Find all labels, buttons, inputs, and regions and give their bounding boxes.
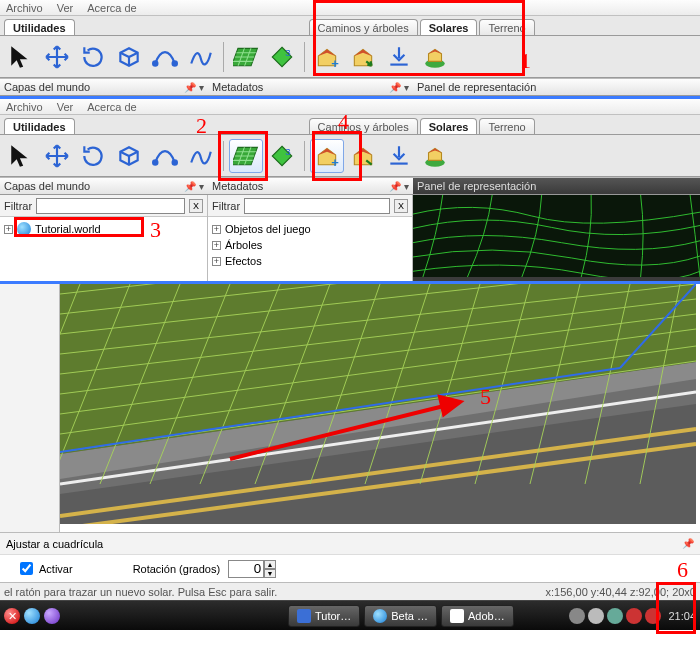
pin-icon[interactable]: 📌 ▾ (389, 181, 409, 192)
tray-icon[interactable] (645, 608, 661, 624)
menu-ver[interactable]: Ver (57, 2, 74, 14)
tool-lot-grass-icon-b[interactable] (418, 139, 452, 173)
svg-text:+: + (331, 154, 339, 168)
tray-icon[interactable] (607, 608, 623, 624)
toolbar-a: 3 + (0, 36, 700, 78)
expander-icon[interactable]: + (4, 225, 13, 234)
tool-rotate-b[interactable] (76, 139, 110, 173)
tabstrip-b: Utilidades Caminos y árboles Solares Ter… (0, 115, 700, 135)
left-dock-stub: 📌▾ (0, 284, 60, 532)
tab-utilidades[interactable]: Utilidades (4, 19, 75, 35)
tool-download-icon-b[interactable] (382, 139, 416, 173)
capas-filter-input[interactable] (36, 198, 185, 214)
tool-cube[interactable] (112, 40, 146, 74)
metadatos-title-b: Metadatos (212, 180, 263, 192)
tab-solares-b[interactable]: Solares (420, 118, 478, 134)
tool-pointer-b[interactable] (4, 139, 38, 173)
close-tray-icon[interactable]: ✕ (4, 608, 20, 624)
tool-curve[interactable] (148, 40, 182, 74)
activar-text: Activar (39, 563, 73, 575)
activar-checkbox-label[interactable]: Activar (20, 562, 73, 575)
tool-grid-icon-b[interactable] (229, 139, 263, 173)
activar-checkbox[interactable] (20, 562, 33, 575)
capas-title-b: Capas del mundo (4, 180, 90, 192)
tool-curve-two-b[interactable] (184, 139, 218, 173)
top-tabstrip: Utilidades Caminos y árboles Solares Ter… (0, 16, 700, 36)
meta-tree[interactable]: +Objetos del juego +Árboles +Efectos (208, 217, 412, 273)
filter-label-meta: Filtrar (212, 200, 240, 212)
render-panel-preview[interactable] (413, 195, 700, 281)
callout-number-4: 4 (338, 109, 349, 135)
viewport-3d[interactable]: 5 (60, 284, 700, 524)
tab-terreno[interactable]: Terreno (479, 19, 534, 35)
tool-move-b[interactable] (40, 139, 74, 173)
rotacion-input[interactable] (228, 560, 264, 578)
tool-rotate[interactable] (76, 40, 110, 74)
menu-acerca[interactable]: Acerca de (87, 2, 137, 14)
expander-icon[interactable]: + (212, 257, 221, 266)
rotacion-spinner[interactable]: ▲▼ (228, 560, 276, 578)
tool-diamond-icon-b[interactable]: 3 (265, 139, 299, 173)
spin-up-icon[interactable]: ▲ (264, 560, 276, 569)
tree-arboles-label: Árboles (225, 239, 262, 251)
pin-icon[interactable]: 📌 (682, 538, 694, 549)
tray-icon[interactable] (588, 608, 604, 624)
tree-row-objetos[interactable]: +Objetos del juego (212, 221, 408, 237)
tool-diamond-icon[interactable]: 3 (265, 40, 299, 74)
tree-row-world[interactable]: + Tutorial.world (4, 221, 203, 237)
app-tray-icon[interactable] (44, 608, 60, 624)
spin-down-icon[interactable]: ▼ (264, 569, 276, 578)
task-beta[interactable]: Beta … (364, 605, 437, 627)
expander-icon[interactable]: + (212, 241, 221, 250)
tool-lot-add-icon-b[interactable]: + (310, 139, 344, 173)
task-tutor[interactable]: Tutor… (288, 605, 360, 627)
tree-row-efectos[interactable]: +Efectos (212, 253, 408, 269)
tab-caminos-b[interactable]: Caminos y árboles (309, 118, 418, 134)
rotacion-label: Rotación (grados) (133, 563, 220, 575)
task-adob[interactable]: Adob… (441, 605, 514, 627)
pin-icon[interactable]: 📌 ▾ (389, 82, 409, 93)
tool-cube-b[interactable] (112, 139, 146, 173)
tool-curve-two[interactable] (184, 40, 218, 74)
tray-icon[interactable] (626, 608, 642, 624)
globe-icon (17, 222, 31, 236)
capas-tree[interactable]: + Tutorial.world 3 (0, 217, 207, 241)
menu-archivo[interactable]: Archivo (6, 2, 43, 14)
tab-solares[interactable]: Solares (420, 19, 478, 35)
taskbar: ✕ Tutor… Beta … Adob… 21:04 (0, 600, 700, 630)
pin-icon[interactable]: 📌 ▾ (184, 82, 204, 93)
tab-caminos[interactable]: Caminos y árboles (309, 19, 418, 35)
pin-icon[interactable]: 📌 ▾ (184, 181, 204, 192)
tool-grid-icon[interactable] (229, 40, 263, 74)
meta-filter-input[interactable] (244, 198, 390, 214)
menu-ver-b[interactable]: Ver (57, 101, 74, 113)
tab-utilidades-b[interactable]: Utilidades (4, 118, 75, 134)
callout-number-6: 6 (677, 557, 688, 583)
menu-acerca-b[interactable]: Acerca de (87, 101, 137, 113)
tab-terreno-b[interactable]: Terreno (479, 118, 534, 134)
globe-tray-icon[interactable] (24, 608, 40, 624)
tree-row-arboles[interactable]: +Árboles (212, 237, 408, 253)
globe-icon (373, 609, 387, 623)
panel-headers-b: Capas del mundo📌 ▾ Metadatos📌 ▾ Panel de… (0, 177, 700, 195)
callout-number-2: 2 (196, 113, 207, 139)
tree-efectos-label: Efectos (225, 255, 262, 267)
tool-lot-grass-icon[interactable] (418, 40, 452, 74)
clear-filter-button[interactable]: X (189, 199, 203, 213)
tool-lot-share-icon[interactable] (346, 40, 380, 74)
expander-icon[interactable]: + (212, 225, 221, 234)
clear-filter-meta-button[interactable]: X (394, 199, 408, 213)
tool-download-icon[interactable] (382, 40, 416, 74)
status-bar: el ratón para trazar un nuevo solar. Pul… (0, 582, 700, 600)
tool-pointer[interactable] (4, 40, 38, 74)
menu-bar: Archivo Ver Acerca de (0, 0, 700, 16)
tool-curve-b[interactable] (148, 139, 182, 173)
menu-archivo-b[interactable]: Archivo (6, 101, 43, 113)
tool-move[interactable] (40, 40, 74, 74)
svg-text:3: 3 (285, 145, 290, 156)
tool-lot-share-icon-b[interactable] (346, 139, 380, 173)
tool-lot-add-icon[interactable]: + (310, 40, 344, 74)
tray-icon[interactable] (569, 608, 585, 624)
status-right: x:156,00 y:40,44 z:92,00; 20x0 (546, 586, 696, 598)
svg-point-0 (153, 61, 157, 65)
